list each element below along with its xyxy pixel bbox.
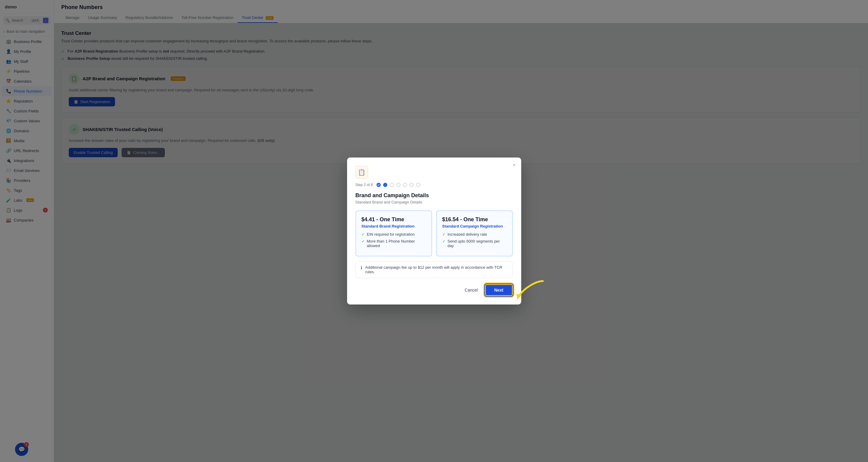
modal-icon: 📋 (355, 166, 368, 178)
step-dot-4 (396, 183, 401, 187)
next-button[interactable]: Next (485, 284, 513, 296)
pricing-feature-ein: ✓ EIN required for registration (362, 232, 426, 236)
step-indicator: Step 2 of 8 (355, 183, 513, 187)
pricing-card-campaign: $16.54 - One Time Standard Campaign Regi… (436, 210, 513, 256)
step-text: Step 2 of 8 (355, 183, 373, 187)
step-dot-3 (390, 183, 394, 187)
feature-check-icon: ✓ (362, 232, 365, 236)
pricing-feature-phone: ✓ More than 1 Phone Number allowed (362, 239, 426, 248)
modal-subtitle: Standard Brand and Campaign Details (355, 200, 513, 204)
step-dot-1 (376, 183, 381, 187)
pricing-feature-delivery: ✓ Increased delivery rate (442, 232, 507, 236)
cancel-button[interactable]: Cancel (461, 285, 482, 295)
step-dot-6 (409, 183, 414, 187)
modal-footer: Cancel Next (355, 284, 513, 296)
pricing-amount-brand: $4.41 - One Time (362, 216, 426, 223)
info-notice: ℹ Additional campaign fee up to $12 per … (355, 261, 513, 278)
pricing-name-campaign: Standard Campaign Registration (442, 224, 507, 228)
modal: × 📋 Step 2 of 8 Brand and Campaign Detai… (347, 157, 521, 305)
pricing-feature-segments: ✓ Send upto 6000 segments per day (442, 239, 507, 248)
feature-check-icon: ✓ (442, 239, 445, 243)
pricing-amount-campaign: $16.54 - One Time (442, 216, 507, 223)
pricing-name-brand: Standard Brand Registration (362, 224, 426, 228)
pricing-card-brand: $4.41 - One Time Standard Brand Registra… (355, 210, 432, 256)
modal-close-button[interactable]: × (513, 162, 516, 168)
modal-overlay: × 📋 Step 2 of 8 Brand and Campaign Detai… (0, 0, 868, 462)
info-notice-text: Additional campaign fee up to $12 per mo… (365, 265, 508, 274)
modal-title: Brand and Campaign Details (355, 192, 513, 199)
step-dot-2 (383, 183, 387, 187)
step-dot-7 (416, 183, 420, 187)
step-dot-5 (403, 183, 407, 187)
arrow-annotation (516, 278, 549, 302)
info-icon: ℹ (361, 265, 362, 270)
feature-check-icon: ✓ (362, 239, 365, 243)
pricing-grid: $4.41 - One Time Standard Brand Registra… (355, 210, 513, 256)
feature-check-icon: ✓ (442, 232, 445, 236)
